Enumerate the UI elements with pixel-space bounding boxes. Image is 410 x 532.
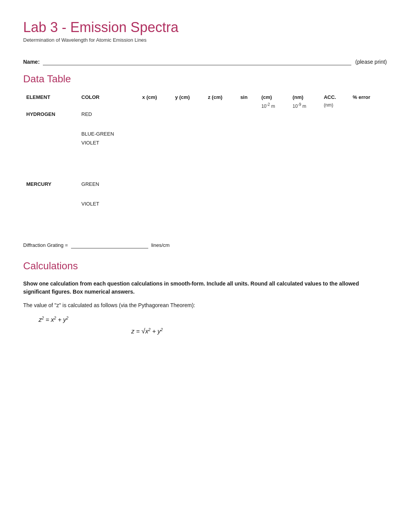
- cell-spacer: [23, 208, 387, 219]
- cell-empty: [172, 119, 205, 129]
- col-error: % error: [349, 93, 387, 102]
- data-table-title: Data Table: [23, 73, 387, 85]
- cell-empty: [349, 180, 387, 189]
- table-row-spacer: [23, 219, 387, 230]
- calculations-title: Calculations: [23, 260, 387, 272]
- cell-empty: [237, 180, 258, 189]
- element-mercury: MERCURY: [23, 180, 78, 208]
- color-green: GREEN: [78, 180, 139, 189]
- diffraction-label: Diffraction Grating =: [23, 242, 68, 248]
- subheader-nm: 10-9 m: [290, 102, 321, 110]
- subheader-z: [205, 102, 237, 110]
- cell-empty: [258, 199, 290, 208]
- subheader-element: [23, 102, 78, 110]
- cell-empty: [237, 129, 258, 138]
- cell-empty: [321, 180, 350, 189]
- table-row: MERCURY GREEN: [23, 180, 387, 189]
- cell-empty: [172, 110, 205, 119]
- cell-empty: [258, 119, 290, 129]
- col-x: x (cm): [139, 93, 172, 102]
- table-row-spacer: [23, 169, 387, 180]
- cell-empty: [205, 138, 237, 147]
- calc-instruction: Show one calculation from each question …: [23, 280, 387, 296]
- name-field-row: Name: (please print): [23, 54, 387, 65]
- cell-empty: [290, 138, 321, 147]
- cell-empty: [290, 129, 321, 138]
- cell-empty: [139, 189, 172, 199]
- subheader-color: [78, 102, 139, 110]
- color-red: RED: [78, 110, 139, 119]
- diffraction-grating-row: Diffraction Grating = lines/cm: [23, 241, 387, 248]
- cell-empty: [290, 189, 321, 199]
- cell-empty: [237, 189, 258, 199]
- data-table: ELEMENT COLOR x (cm) y (cm) z (cm) sin (…: [23, 93, 387, 230]
- page-subtitle: Determination of Wavelength for Atomic E…: [23, 37, 387, 43]
- cell-empty: [258, 110, 290, 119]
- cell-empty: [258, 189, 290, 199]
- cell-empty: [321, 129, 350, 138]
- cell-empty: [172, 138, 205, 147]
- cell-empty: [321, 138, 350, 147]
- cell-empty: [321, 119, 350, 129]
- cell-empty: [290, 119, 321, 129]
- cell-empty: [321, 110, 350, 119]
- col-element: ELEMENT: [23, 93, 78, 102]
- cell-empty: [139, 119, 172, 129]
- please-print-label: (please print): [355, 59, 387, 65]
- cell-empty: [237, 110, 258, 119]
- subheader-sin: [237, 102, 258, 110]
- diffraction-unit: lines/cm: [151, 242, 170, 248]
- element-hydrogen: HYDROGEN: [23, 110, 78, 147]
- cell-spacer: [23, 158, 387, 169]
- table-row-spacer: [23, 208, 387, 219]
- cell-empty: [321, 199, 350, 208]
- cell-empty: [349, 129, 387, 138]
- cell-empty: [139, 138, 172, 147]
- cell-spacer: [23, 169, 387, 180]
- cell-empty: [290, 199, 321, 208]
- cell-empty: [205, 189, 237, 199]
- table-row-spacer: [23, 158, 387, 169]
- cell-empty: [290, 180, 321, 189]
- subheader-acc: (nm): [321, 102, 350, 110]
- subheader-y: [172, 102, 205, 110]
- color-violet-mercury: VIOLET: [78, 199, 139, 208]
- cell-empty: [237, 138, 258, 147]
- calc-intro: The value of "z" is calculated as follow…: [23, 302, 387, 308]
- cell-empty: [139, 199, 172, 208]
- cell-empty: [258, 129, 290, 138]
- name-underline[interactable]: [43, 58, 352, 65]
- cell-empty: [205, 199, 237, 208]
- formula-1-block: z2 = x2 + y2: [39, 316, 387, 323]
- cell-empty: [78, 119, 139, 129]
- col-y: y (cm): [172, 93, 205, 102]
- color-blue-green: BLUE-GREEN: [78, 129, 139, 138]
- cell-empty: [172, 189, 205, 199]
- cell-empty: [290, 110, 321, 119]
- cell-empty: [205, 110, 237, 119]
- cell-empty: [258, 180, 290, 189]
- cell-empty: [237, 199, 258, 208]
- cell-empty: [139, 110, 172, 119]
- col-color: COLOR: [78, 93, 139, 102]
- cell-empty: [172, 129, 205, 138]
- col-sin: sin: [237, 93, 258, 102]
- cell-empty: [349, 119, 387, 129]
- cell-empty: [349, 138, 387, 147]
- formula-2-block: z = √x2 + y2: [131, 327, 387, 335]
- cell-empty: [78, 189, 139, 199]
- cell-empty: [349, 189, 387, 199]
- col-cm: (cm): [258, 93, 290, 102]
- diffraction-blank[interactable]: [71, 241, 148, 248]
- table-row: HYDROGEN RED: [23, 110, 387, 119]
- col-acc: ACC.: [321, 93, 350, 102]
- col-nm: (nm): [290, 93, 321, 102]
- table-row-spacer: [23, 147, 387, 158]
- cell-empty: [237, 119, 258, 129]
- col-z: z (cm): [205, 93, 237, 102]
- page-title: Lab 3 - Emission Spectra: [23, 19, 387, 36]
- subheader-error: [349, 102, 387, 110]
- formula-1: z2 = x2 + y2: [39, 316, 68, 323]
- table-subheader-row: 10-2 m 10-9 m (nm): [23, 102, 387, 110]
- cell-empty: [172, 180, 205, 189]
